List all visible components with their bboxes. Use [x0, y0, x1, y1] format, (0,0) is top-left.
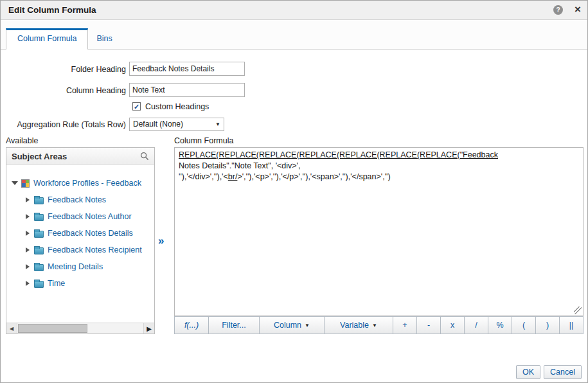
folder-heading-input[interactable] — [129, 62, 245, 76]
divide-operator-button[interactable]: / — [464, 316, 488, 334]
formula-line-3: ''),'</div>',''),'<br/>',''),'<p>',''),'… — [179, 172, 579, 183]
scroll-left-icon[interactable]: ◀ — [6, 323, 17, 334]
tab-bins[interactable]: Bins — [88, 29, 120, 49]
formula-editor[interactable]: REPLACE(REPLACE(REPLACE(REPLACE(REPLACE(… — [174, 147, 584, 316]
column-menu-button[interactable]: Column ▼ — [259, 316, 325, 334]
subject-areas-tree: Workforce Profiles - Feedback Feedback N… — [6, 165, 154, 323]
collapse-icon[interactable] — [26, 231, 30, 236]
close-icon[interactable]: × — [575, 3, 581, 16]
aggregation-rule-select[interactable]: Default (None) ▼ — [129, 118, 224, 131]
collapse-icon[interactable] — [26, 197, 30, 202]
function-button[interactable]: f(...) — [174, 316, 209, 334]
chevron-down-icon: ▼ — [305, 323, 310, 328]
horizontal-scrollbar[interactable]: ◀ ▶ — [6, 323, 154, 334]
tree-item[interactable]: Feedback Notes Recipient — [6, 242, 154, 258]
column-heading-input[interactable] — [129, 83, 245, 97]
tree-item-label: Meeting Details — [48, 262, 103, 271]
tree-item[interactable]: Feedback Notes — [6, 192, 154, 208]
folder-icon — [34, 247, 44, 254]
percent-operator-button[interactable]: % — [488, 316, 512, 334]
custom-headings-checkbox[interactable]: ✓ — [132, 102, 141, 111]
formula-toolbar: f(...) Filter... Column ▼ Variable ▼ + -… — [174, 316, 584, 334]
edit-column-formula-dialog: Edit Column Formula ? × Column Formula B… — [0, 0, 588, 383]
dialog-titlebar: Edit Column Formula ? × — [1, 1, 587, 20]
formula-line-2: Notes Details"."Note Text", '<div>', — [179, 161, 579, 172]
tree-item-root[interactable]: Workforce Profiles - Feedback — [6, 175, 154, 192]
scrollbar-thumb[interactable] — [18, 324, 87, 333]
filter-button[interactable]: Filter... — [208, 316, 260, 334]
tree-item-label: Feedback Notes Details — [48, 229, 133, 238]
open-paren-button[interactable]: ( — [512, 316, 536, 334]
subject-areas-title: Subject Areas — [12, 152, 67, 161]
tree-item-label: Time — [48, 279, 65, 288]
column-formula-label: Column Formula — [174, 136, 233, 145]
folder-heading-label: Folder Heading — [1, 65, 126, 74]
chevron-down-icon: ▼ — [372, 323, 377, 328]
variable-menu-button[interactable]: Variable ▼ — [324, 316, 393, 334]
move-right-button[interactable]: » — [158, 235, 164, 247]
custom-headings-label: Custom Headings — [145, 102, 209, 111]
tree-item[interactable]: Meeting Details — [6, 258, 154, 275]
collapse-icon[interactable] — [26, 247, 30, 253]
help-icon[interactable]: ? — [553, 5, 563, 15]
concat-operator-button[interactable]: || — [559, 316, 584, 334]
tree-item[interactable]: Feedback Notes Author — [6, 208, 154, 225]
minus-operator-button[interactable]: - — [416, 316, 441, 334]
folder-icon — [34, 264, 44, 271]
tree-item-label: Feedback Notes — [48, 195, 106, 204]
available-label: Available — [6, 136, 39, 145]
expand-icon[interactable] — [12, 181, 18, 185]
plus-operator-button[interactable]: + — [393, 316, 417, 334]
tree-item-label: Feedback Notes Author — [48, 212, 132, 221]
resize-handle[interactable] — [574, 307, 582, 314]
cancel-button[interactable]: Cancel — [544, 365, 582, 379]
tree-item[interactable]: Time — [6, 275, 154, 292]
aggregation-rule-label: Aggregation Rule (Totals Row) — [1, 120, 126, 129]
subject-areas-panel: Subject Areas Workforce Profiles - Feedb… — [6, 147, 155, 334]
collapse-icon[interactable] — [26, 214, 30, 219]
folder-icon — [34, 214, 44, 221]
dialog-footer: OK Cancel — [516, 365, 582, 379]
column-heading-label: Column Heading — [1, 86, 126, 95]
tab-column-formula[interactable]: Column Formula — [6, 28, 88, 49]
chevron-down-icon: ▼ — [215, 118, 220, 130]
tree-item-label: Feedback Notes Recipient — [48, 245, 142, 254]
collapse-icon[interactable] — [26, 264, 30, 269]
subject-area-icon — [21, 179, 30, 188]
search-icon[interactable] — [140, 152, 149, 163]
folder-icon — [34, 197, 44, 204]
collapse-icon[interactable] — [26, 281, 30, 286]
dialog-title: Edit Column Formula — [8, 5, 96, 15]
multiply-operator-button[interactable]: x — [440, 316, 465, 334]
close-paren-button[interactable]: ) — [535, 316, 560, 334]
tree-item[interactable]: Feedback Notes Details — [6, 225, 154, 242]
folder-icon — [34, 231, 44, 238]
subject-areas-header: Subject Areas — [6, 148, 154, 165]
tree-item-label: Workforce Profiles - Feedback — [33, 179, 141, 188]
formula-line-1: REPLACE(REPLACE(REPLACE(REPLACE(REPLACE(… — [179, 150, 579, 161]
tab-bar: Column Formula Bins — [1, 21, 587, 49]
scroll-right-icon[interactable]: ▶ — [143, 323, 154, 334]
aggregation-rule-value: Default (None) — [133, 120, 183, 129]
ok-button[interactable]: OK — [516, 365, 540, 379]
folder-icon — [34, 281, 44, 288]
